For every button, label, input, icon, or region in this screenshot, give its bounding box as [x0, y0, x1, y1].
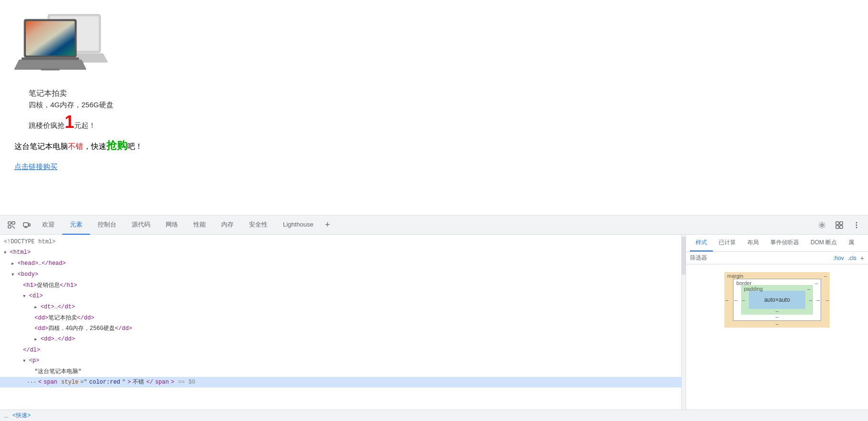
laptop-svg: [14, 10, 120, 84]
price-unit: 元起！: [74, 121, 96, 129]
tab-performance[interactable]: 性能: [186, 216, 214, 235]
dom-doctype[interactable]: <!DOCTYPE html>: [0, 237, 681, 247]
dom-dd3[interactable]: <dd>…</dd>: [0, 334, 681, 345]
padding-dash-left: –: [742, 297, 745, 303]
filter-cls-button[interactable]: .cls: [848, 255, 857, 262]
dom-html[interactable]: <html>: [0, 247, 681, 258]
box-model-margin: margin – – – – border – – – – paddin: [724, 272, 830, 328]
devtools-tabs: 欢迎 元素 控制台 源代码 网络 性能 内存 安全性 Lighthouse +: [34, 216, 814, 235]
dom-h1[interactable]: <h1>促销信息</h1>: [0, 280, 681, 291]
product-image: [14, 10, 120, 84]
svg-point-18: [821, 224, 823, 226]
dom-dd1[interactable]: <dd>笔记本拍卖</dd>: [0, 313, 681, 323]
styles-filter-bar: 筛选器 :hov .cls +: [686, 252, 868, 264]
svg-rect-15: [29, 224, 30, 226]
margin-dash-right: –: [826, 297, 829, 303]
svg-rect-20: [840, 222, 843, 225]
styles-tabs: 样式 已计算 布局 事件侦听器 DOM 断点 属: [686, 235, 868, 252]
price-num: 1: [65, 112, 74, 132]
svg-rect-10: [8, 222, 11, 224]
inspect-element-button[interactable]: [4, 217, 19, 233]
tab-welcome[interactable]: 欢迎: [34, 216, 62, 235]
devtools-panel: 欢迎 元素 控制台 源代码 网络 性能 内存 安全性 Lighthouse +: [0, 215, 868, 421]
tab-layout[interactable]: 布局: [742, 235, 765, 251]
promo-green-text: 抢购: [106, 139, 127, 151]
add-tab-button[interactable]: +: [321, 220, 334, 230]
tab-security[interactable]: 安全性: [241, 216, 275, 235]
promo-red-text: 不错: [68, 142, 83, 150]
tab-computed[interactable]: 已计算: [713, 235, 742, 251]
buy-link[interactable]: 点击链接购买: [14, 162, 57, 171]
tab-network[interactable]: 网络: [158, 216, 186, 235]
svg-point-24: [856, 224, 857, 226]
dom-span-selected[interactable]: ··· <span style="color:red" >不错</span> =…: [0, 377, 681, 387]
svg-rect-21: [836, 226, 839, 228]
more-options-icon: [853, 221, 860, 229]
dom-head[interactable]: <head>…</head>: [0, 258, 681, 269]
tab-memory[interactable]: 内存: [214, 216, 241, 235]
border-dash: –: [815, 280, 818, 286]
padding-dash-right: –: [809, 297, 812, 303]
elements-panel[interactable]: <!DOCTYPE html> <html> <head>…</head>: [0, 235, 682, 421]
promo-line: 这台笔记本电脑不错，快速抢购吧！: [14, 138, 854, 153]
tab-sources[interactable]: 源代码: [124, 216, 158, 235]
padding-label: padding: [744, 286, 763, 292]
promo-suffix: 吧！: [127, 142, 143, 150]
svg-rect-19: [836, 222, 839, 225]
bottom-status: ...: [4, 412, 9, 419]
inspect-icon: [8, 221, 15, 229]
elements-scrollbar[interactable]: [682, 235, 686, 421]
svg-rect-11: [8, 226, 11, 228]
bottom-element: <快速>: [12, 411, 31, 420]
tab-elements[interactable]: 元素: [62, 216, 90, 235]
more-tools-button[interactable]: [832, 217, 847, 233]
dom-dt[interactable]: <dt>…</dt>: [0, 302, 681, 313]
settings-button[interactable]: [814, 217, 830, 233]
tab-styles[interactable]: 样式: [690, 235, 713, 251]
margin-dash-left: –: [725, 297, 728, 303]
tab-event-listeners[interactable]: 事件侦听器: [765, 235, 805, 251]
svg-rect-7: [22, 57, 79, 60]
tab-console[interactable]: 控制台: [90, 216, 124, 235]
box-model-container: margin – – – – border – – – – paddin: [686, 264, 868, 335]
promo-prefix: 这台笔记本电脑: [14, 142, 68, 150]
svg-rect-9: [41, 68, 60, 70]
tab-properties[interactable]: 属: [843, 235, 860, 251]
device-toggle-button[interactable]: [19, 217, 34, 233]
devtools-toolbar: 欢迎 元素 控制台 源代码 网络 性能 内存 安全性 Lighthouse +: [0, 216, 868, 235]
device-icon: [23, 221, 31, 229]
more-options-button[interactable]: [849, 217, 864, 233]
margin-label: margin: [727, 273, 744, 279]
box-model-border: border – – – – padding – – – –: [733, 279, 821, 321]
box-model-padding: padding – – – – auto×auto: [741, 285, 813, 315]
scroll-thumb: [682, 237, 686, 275]
product-title: 笔记本拍卖: [29, 89, 854, 99]
svg-rect-6: [26, 21, 75, 56]
dom-body[interactable]: <body>: [0, 269, 681, 280]
svg-rect-12: [12, 222, 15, 224]
styles-panel: 样式 已计算 布局 事件侦听器 DOM 断点 属 筛选器 :hov .cls +…: [686, 235, 868, 421]
price-text: 跳楼价疯抢: [29, 121, 65, 129]
content-value: auto×auto: [764, 296, 790, 303]
padding-dash-bottom: –: [776, 308, 778, 314]
webpage-preview: 笔记本拍卖 四核，4G内存，256G硬盘 跳楼价疯抢1元起！ 这台笔记本电脑不错…: [0, 0, 868, 216]
dom-dd2[interactable]: <dd>四核，4G内存，256G硬盘</dd>: [0, 323, 681, 334]
svg-point-23: [856, 222, 857, 223]
filter-add-button[interactable]: +: [860, 254, 864, 262]
devtools-bottom-bar: ... <快速>: [0, 410, 868, 421]
border-dash-right: –: [817, 297, 820, 303]
dom-text-node[interactable]: "这台笔记本电脑": [0, 366, 681, 377]
dom-p[interactable]: <p>: [0, 355, 681, 366]
dom-dl-close[interactable]: </dl>: [0, 345, 681, 355]
dom-dl[interactable]: <dl>: [0, 291, 681, 302]
buy-link-container[interactable]: 点击链接购买: [14, 162, 854, 171]
promo-comma: ，快速: [83, 142, 106, 150]
tab-lighthouse[interactable]: Lighthouse: [275, 216, 321, 235]
filter-hov-button[interactable]: :hov: [833, 255, 844, 262]
svg-marker-8: [14, 60, 86, 69]
devtools-right-icons: [814, 217, 864, 233]
margin-dash-top-right: –: [824, 273, 827, 279]
margin-dash-bottom: –: [776, 321, 778, 327]
more-tools-icon: [835, 221, 843, 229]
tab-dom-breakpoints[interactable]: DOM 断点: [805, 235, 843, 251]
